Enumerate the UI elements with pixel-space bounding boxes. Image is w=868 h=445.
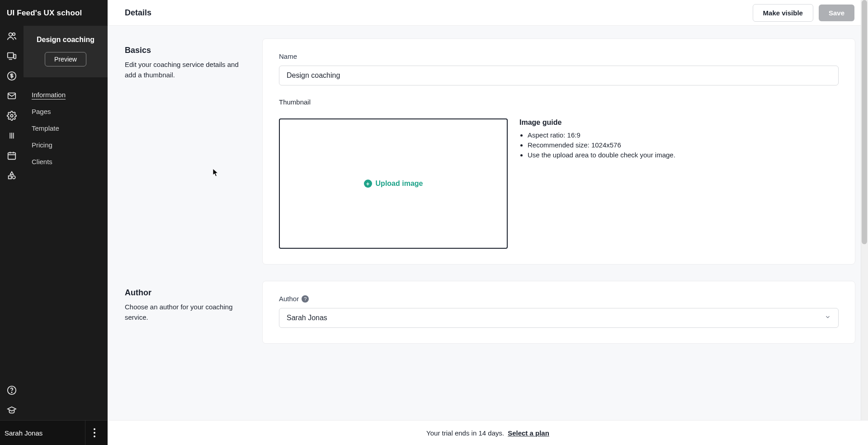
nav-pages[interactable]: Pages [24,103,108,120]
nav-information[interactable]: Information [24,86,108,103]
user-menu-kebab[interactable] [85,421,103,445]
brand-bar[interactable]: UI Feed's UX school [0,0,108,26]
nav-pricing[interactable]: Pricing [24,137,108,153]
guide-item: Recommended size: 1024x576 [528,140,839,150]
dollar-icon[interactable] [0,66,24,86]
course-title: Design coaching [37,36,94,44]
icon-rail [0,0,24,445]
current-user: Sarah Jonas [5,429,42,437]
nav-template[interactable]: Template [24,120,108,137]
svg-rect-11 [8,153,16,160]
trial-strip: Your trial ends in 14 days. Select a pla… [108,420,868,445]
author-select[interactable]: Sarah Jonas [279,308,839,328]
devices-icon[interactable] [0,46,24,66]
page-title: Details [125,8,151,18]
guide-item: Aspect ratio: 16:9 [528,130,839,140]
pause-icon[interactable] [0,126,24,146]
upload-label: Upload image [376,180,423,188]
topbar: Details Make visible Save [108,0,868,26]
svg-point-19 [11,392,12,393]
chevron-down-icon [825,314,831,322]
trial-text: Your trial ends in 14 days. [426,429,504,437]
mail-icon[interactable] [0,86,24,106]
select-plan-link[interactable]: Select a plan [508,429,549,437]
plus-circle-icon: + [364,180,372,188]
section-author: Author Choose an author for your coachin… [120,281,855,344]
author-description: Choose an author for your coaching servi… [125,302,250,322]
make-visible-button[interactable]: Make visible [753,4,813,22]
user-strip: Sarah Jonas [0,420,108,445]
scrollbar[interactable] [861,0,868,420]
scrollbar-thumb[interactable] [862,0,867,244]
sidebar: UI Feed's UX school Design coaching Prev… [24,0,108,445]
help-icon[interactable] [0,380,24,400]
svg-rect-16 [9,176,11,179]
gear-icon[interactable] [0,106,24,126]
calendar-icon[interactable] [0,146,24,166]
guide-item: Use the upload area to double check your… [528,150,839,160]
upload-area[interactable]: + Upload image [279,118,508,249]
help-tooltip-icon[interactable]: ? [302,295,309,303]
name-input[interactable] [279,66,839,85]
thumbnail-label: Thumbnail [279,98,839,106]
author-heading: Author [125,288,250,298]
preview-button[interactable]: Preview [45,52,86,66]
author-label: Author [279,295,299,303]
svg-rect-3 [14,54,16,58]
side-nav: Information Pages Template Pricing Clien… [24,77,108,170]
svg-rect-2 [8,53,14,58]
main: Details Make visible Save Basics Edit yo… [108,0,868,445]
name-label: Name [279,52,839,60]
svg-point-1 [13,33,15,36]
people-icon[interactable] [0,26,24,46]
basics-panel: Name Thumbnail + Upload image [262,38,855,265]
basics-description: Edit your coaching service details and a… [125,60,250,80]
author-panel: Author ? Sarah Jonas [262,281,855,344]
svg-point-17 [12,176,15,179]
guide-heading: Image guide [519,118,839,127]
svg-marker-15 [10,172,13,175]
nav-clients[interactable]: Clients [24,153,108,170]
content-scroll[interactable]: Basics Edit your coaching service detail… [108,26,868,445]
image-guide: Image guide Aspect ratio: 16:9 Recommend… [519,118,839,160]
graduation-icon[interactable] [0,400,24,420]
section-basics: Basics Edit your coaching service detail… [120,38,855,265]
author-selected: Sarah Jonas [287,314,327,322]
basics-heading: Basics [125,46,250,55]
svg-point-7 [10,114,13,117]
brand-title: UI Feed's UX school [7,9,82,18]
shapes-icon[interactable] [0,166,24,185]
save-button[interactable]: Save [819,5,854,21]
course-block: Design coaching Preview [24,26,108,77]
svg-point-0 [9,33,12,36]
